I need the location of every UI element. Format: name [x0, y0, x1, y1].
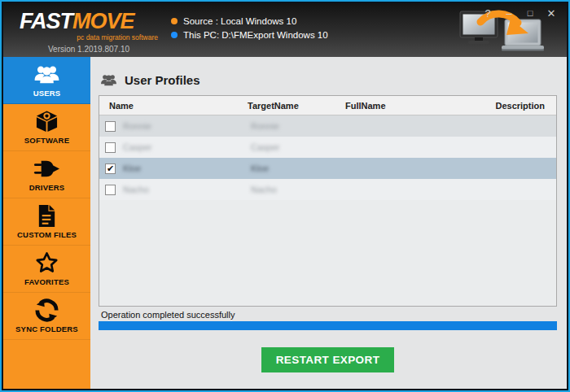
progress-bar [99, 321, 557, 330]
sidebar-nav: USERS SOFTWARE DRIVERS CUSTOM FILES FAVO… [3, 57, 90, 389]
row-target-name: Nacho [251, 185, 341, 194]
software-icon [33, 110, 60, 133]
app-window: FASTMOVE pc data migration software Vers… [0, 0, 570, 392]
row-target-name: Kloe [251, 163, 341, 173]
main-panel: User Profiles Name TargetName FullName D… [90, 57, 567, 389]
favorites-icon [33, 251, 60, 275]
column-header-targetname[interactable]: TargetName [248, 101, 345, 111]
logo-tagline: pc data migration software [20, 33, 158, 41]
migration-summary: Source : Local Windows 10 This PC: D:\FM… [171, 16, 328, 57]
table-header-row: Name TargetName FullName Description [99, 96, 556, 115]
sidebar-item-label: USERS [33, 89, 61, 98]
minimize-button[interactable]: – [502, 6, 516, 20]
logo-fast: FAST [20, 9, 72, 33]
column-header-name[interactable]: Name [109, 101, 248, 111]
sidebar-item-favorites[interactable]: FAVORITES [3, 246, 90, 293]
row-checkbox[interactable] [105, 121, 116, 132]
sidebar-item-sync-folders[interactable]: SYNC FOLDERS [3, 293, 90, 340]
table-row[interactable]: Casper Casper [99, 137, 556, 158]
page-title: User Profiles [125, 73, 200, 87]
row-target-name: Casper [251, 142, 341, 152]
table-row[interactable]: ✔ Kloe Kloe [99, 158, 556, 179]
source-line: Source : Local Windows 10 [171, 16, 328, 26]
sidebar-item-drivers[interactable]: DRIVERS [3, 151, 90, 198]
help-button[interactable]: ? [480, 6, 495, 20]
sidebar-item-software[interactable]: SOFTWARE [3, 104, 90, 151]
column-header-fullname[interactable]: FullName [345, 101, 473, 111]
row-name: Nacho [123, 185, 149, 194]
user-profiles-table: Name TargetName FullName Description Ron… [99, 95, 557, 307]
sync-folders-icon [33, 298, 60, 322]
source-label: Source : Local Windows 10 [183, 16, 296, 26]
table-body: Ronnie Ronnie Casper Casper ✔ Kloe Kloe … [99, 115, 556, 200]
row-target-name: Ronnie [251, 121, 341, 131]
restart-export-button[interactable]: RESTART EXPORT [261, 347, 394, 372]
sidebar-item-label: DRIVERS [29, 183, 65, 192]
row-checkbox[interactable]: ✔ [105, 163, 116, 174]
users-icon [33, 63, 60, 86]
row-checkbox[interactable] [105, 185, 116, 195]
drivers-icon [33, 157, 60, 181]
row-name: Casper [123, 142, 151, 152]
body-row: USERS SOFTWARE DRIVERS CUSTOM FILES FAVO… [3, 57, 567, 389]
sidebar-item-label: CUSTOM FILES [17, 230, 77, 239]
sidebar-item-label: SYNC FOLDERS [15, 324, 78, 333]
sidebar-item-label: FAVORITES [24, 277, 69, 286]
sidebar-item-custom-files[interactable]: CUSTOM FILES [3, 198, 90, 246]
version-label: Version 1.2019.807.10 [20, 45, 158, 54]
destination-dot-icon [171, 32, 178, 38]
sidebar-item-users[interactable]: USERS [3, 57, 90, 104]
maximize-button[interactable]: □ [523, 6, 537, 20]
section-header: User Profiles [100, 73, 557, 87]
close-button[interactable]: ✕ [544, 6, 559, 20]
titlebar: FASTMOVE pc data migration software Vers… [3, 3, 567, 57]
logo-text: FASTMOVE [20, 11, 158, 33]
destination-line: This PC: D:\FMExport Windows 10 [171, 30, 328, 40]
status-message: Operation completed successfully [101, 310, 557, 320]
progress-bar-fill [99, 321, 557, 330]
row-checkbox[interactable] [105, 142, 116, 153]
custom-files-icon [33, 204, 60, 228]
sidebar-item-label: SOFTWARE [24, 136, 69, 145]
source-dot-icon [171, 18, 178, 24]
window-controls: ?–□✕ [480, 6, 559, 20]
table-row[interactable]: Ronnie Ronnie [99, 115, 556, 137]
user-profiles-icon [100, 73, 117, 87]
app-logo: FASTMOVE pc data migration software Vers… [20, 11, 158, 57]
column-header-description[interactable]: Description [473, 101, 545, 111]
logo-move: MOVE [72, 9, 134, 33]
row-name: Ronnie [123, 121, 151, 131]
destination-label: This PC: D:\FMExport Windows 10 [183, 30, 328, 40]
row-name: Kloe [123, 163, 141, 173]
button-row: RESTART EXPORT [99, 347, 557, 372]
table-row[interactable]: Nacho Nacho [99, 179, 556, 200]
window-inner: FASTMOVE pc data migration software Vers… [3, 3, 567, 389]
